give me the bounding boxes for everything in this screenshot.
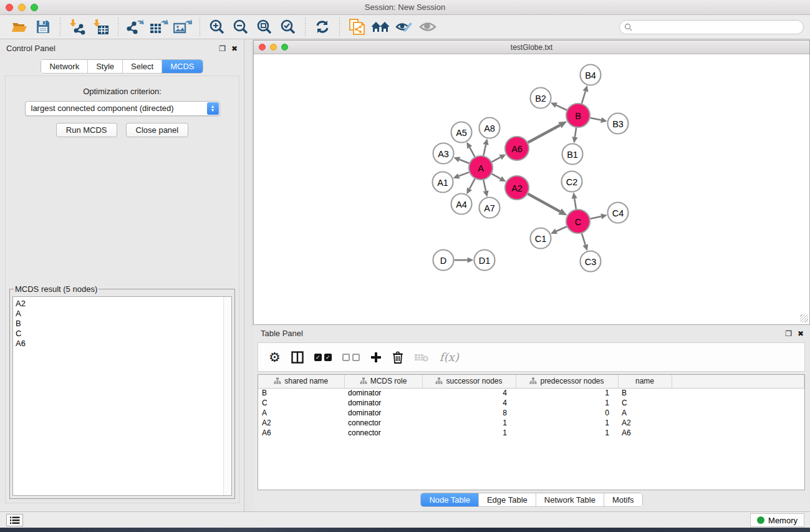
- tab-network[interactable]: Network: [41, 60, 88, 73]
- table-cell[interactable]: 1: [516, 388, 618, 398]
- tab-edge-table[interactable]: Edge Table: [479, 493, 536, 506]
- refresh-view-button[interactable]: [312, 17, 333, 37]
- graph-edge-C-C1[interactable]: [556, 226, 567, 231]
- graph-edge-C-C4[interactable]: [591, 216, 602, 219]
- network-canvas[interactable]: B4B2BB3A8A5A6A3B1AC2A1A2A4A7C4CC1DD1C3: [254, 54, 809, 324]
- table-cell[interactable]: A2: [618, 418, 672, 428]
- table-row[interactable]: Bdominator41B: [258, 388, 804, 398]
- zoom-selected-button[interactable]: [277, 17, 299, 37]
- export-image-button[interactable]: [172, 17, 193, 37]
- table-cell[interactable]: A: [258, 408, 344, 418]
- table-cell[interactable]: C: [258, 398, 344, 408]
- mcds-result-item[interactable]: A: [16, 309, 231, 319]
- float-panel-icon[interactable]: ❐: [219, 45, 226, 52]
- resize-grip-icon[interactable]: [800, 314, 808, 322]
- export-table-button[interactable]: [148, 17, 170, 37]
- column-header-MCDS-role[interactable]: MCDS role: [344, 375, 422, 388]
- table-cell[interactable]: 1: [422, 428, 516, 438]
- table-cell[interactable]: A2: [258, 418, 344, 428]
- table-cell[interactable]: 4: [422, 398, 516, 408]
- table-close-icon[interactable]: ✖: [798, 330, 804, 337]
- add-column-button[interactable]: [370, 352, 382, 363]
- table-cell[interactable]: A6: [618, 428, 672, 438]
- table-cell[interactable]: connector: [344, 418, 422, 428]
- graph-edge-A-A1[interactable]: [459, 172, 470, 176]
- delete-table-button[interactable]: [414, 352, 429, 362]
- close-panel-icon[interactable]: ✖: [231, 45, 238, 52]
- tab-select[interactable]: Select: [123, 60, 162, 73]
- table-cell[interactable]: 1: [516, 418, 618, 428]
- mcds-result-item[interactable]: A2: [16, 299, 231, 309]
- tab-node-table[interactable]: Node Table: [421, 493, 479, 506]
- graph-edge-B-B4[interactable]: [582, 91, 586, 104]
- graph-edge-A-A8[interactable]: [483, 145, 486, 156]
- node-table[interactable]: shared nameMCDS rolesuccessor nodesprede…: [258, 374, 805, 490]
- new-network-from-selection-button[interactable]: [346, 17, 367, 37]
- tab-motifs[interactable]: Motifs: [604, 493, 642, 506]
- table-cell[interactable]: B: [258, 388, 344, 398]
- zoom-in-button[interactable]: [206, 17, 228, 37]
- table-cell[interactable]: 4: [422, 388, 516, 398]
- table-row[interactable]: Adominator80A: [258, 408, 804, 418]
- home-view-button[interactable]: [370, 17, 391, 37]
- table-cell[interactable]: connector: [344, 428, 422, 438]
- panel-menu-button[interactable]: [6, 514, 23, 526]
- table-cell[interactable]: C: [618, 398, 672, 408]
- table-cell[interactable]: 1: [516, 428, 618, 438]
- network-graph[interactable]: B4B2BB3A8A5A6A3B1AC2A1A2A4A7C4CC1DD1C3: [254, 54, 809, 324]
- optimization-criterion-select[interactable]: largest connected component (directed) ▲…: [25, 101, 220, 116]
- deselect-all-columns-button[interactable]: [342, 354, 360, 361]
- graph-edge-C-C3[interactable]: [582, 233, 586, 245]
- table-cell[interactable]: 1: [516, 398, 618, 408]
- mcds-result-item[interactable]: C: [16, 329, 231, 339]
- search-input[interactable]: [619, 20, 804, 34]
- column-header-name[interactable]: name: [618, 375, 672, 388]
- column-header-shared-name[interactable]: shared name: [258, 375, 344, 388]
- table-settings-button[interactable]: ⚙: [269, 351, 281, 364]
- table-row[interactable]: Cdominator41C: [258, 398, 804, 408]
- mcds-result-listbox[interactable]: A2ABCA6: [12, 296, 232, 496]
- close-panel-button[interactable]: Close panel: [126, 123, 189, 137]
- table-cell[interactable]: 0: [516, 408, 618, 418]
- zoom-out-button[interactable]: [230, 17, 251, 37]
- graph-edge-A6-B[interactable]: [528, 125, 560, 143]
- table-cell[interactable]: A6: [258, 428, 344, 438]
- table-cell[interactable]: 1: [422, 418, 516, 428]
- column-header-predecessor-nodes[interactable]: predecessor nodes: [516, 375, 618, 388]
- open-session-button[interactable]: [9, 17, 30, 37]
- table-cell[interactable]: dominator: [344, 388, 422, 398]
- show-all-button[interactable]: [417, 17, 438, 37]
- graph-edge-A-A7[interactable]: [483, 180, 486, 191]
- table-row[interactable]: A6connector11A6: [258, 428, 804, 438]
- column-header-successor-nodes[interactable]: successor nodes: [422, 375, 516, 388]
- memory-button[interactable]: Memory: [750, 513, 804, 527]
- graph-edge-A-A3[interactable]: [460, 160, 470, 163]
- mcds-result-item[interactable]: B: [16, 319, 231, 329]
- graph-edge-B-B1[interactable]: [575, 128, 576, 137]
- mcds-result-item[interactable]: A6: [16, 339, 231, 349]
- tab-style[interactable]: Style: [88, 60, 123, 73]
- select-all-columns-button[interactable]: ✓ ✓: [314, 354, 332, 361]
- tab-network-table[interactable]: Network Table: [536, 493, 604, 506]
- column-view-button[interactable]: [291, 351, 304, 364]
- graph-edge-A-A6[interactable]: [492, 157, 501, 162]
- result-scrollbar[interactable]: [223, 297, 231, 495]
- graph-edge-B-B2[interactable]: [556, 105, 567, 110]
- export-network-button[interactable]: [125, 17, 146, 37]
- table-cell[interactable]: dominator: [344, 398, 422, 408]
- run-mcds-button[interactable]: Run MCDS: [56, 123, 117, 137]
- delete-column-button[interactable]: [392, 351, 403, 364]
- import-table-button[interactable]: [90, 17, 112, 37]
- table-cell[interactable]: dominator: [344, 408, 422, 418]
- graph-edge-A-A5[interactable]: [470, 147, 475, 157]
- table-row[interactable]: A2connector11A2: [258, 418, 804, 428]
- table-float-icon[interactable]: ❐: [785, 330, 792, 337]
- table-cell[interactable]: 8: [422, 408, 516, 418]
- table-cell[interactable]: A: [618, 408, 672, 418]
- graph-edge-A-A4[interactable]: [470, 179, 475, 189]
- zoom-fit-button[interactable]: [254, 17, 275, 37]
- table-cell[interactable]: B: [618, 388, 672, 398]
- hide-selected-button[interactable]: [393, 17, 415, 37]
- graph-edge-C-C2[interactable]: [574, 198, 576, 209]
- function-builder-button[interactable]: f(x): [440, 351, 459, 364]
